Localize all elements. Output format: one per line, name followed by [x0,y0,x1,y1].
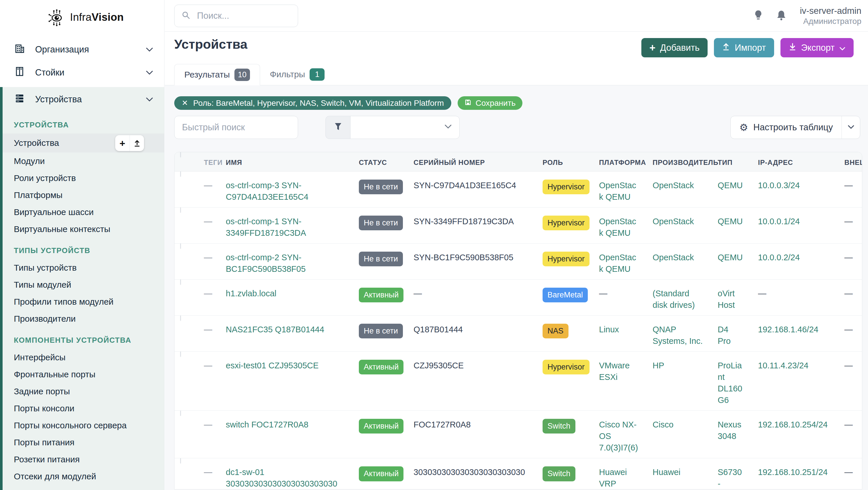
col-role[interactable]: РОЛЬ [535,152,592,167]
manufacturer-link[interactable]: Cisco [653,420,674,429]
role-badge[interactable]: Switch [542,466,576,481]
type-link[interactable]: Nexus 3048 [718,420,741,441]
type-link[interactable]: D4 Pro [718,325,731,346]
manufacturer-link[interactable]: OpenStack [653,181,694,190]
user-menu[interactable]: iv-server-admin Администратор [800,6,861,26]
lightbulb-icon[interactable] [754,9,763,22]
configure-table-dropdown[interactable] [841,116,860,139]
row-checkbox[interactable] [180,207,181,213]
row-checkbox[interactable] [180,315,181,321]
import-device-button[interactable] [130,135,144,151]
col-serial[interactable]: СЕРИЙНЫЙ НОМЕР [406,152,535,167]
sidebar-item-power-ports[interactable]: Порты питания [3,434,164,451]
sidebar-item-module-types[interactable]: Типы модулей [3,276,164,293]
add-button[interactable]: + Добавить [641,38,708,57]
sidebar-item-organization[interactable]: Организация [0,38,164,61]
row-checkbox[interactable] [180,279,181,285]
sidebar-item-virtual-chassis[interactable]: Виртуальное шасси [3,203,164,221]
quick-search-box[interactable] [174,116,298,139]
col-status[interactable]: СТАТУС [351,152,406,167]
col-tags[interactable]: ТЕГИ [196,152,218,167]
ip-link[interactable]: 192.168.10.251/24 [758,467,828,477]
sidebar-item-device-types[interactable]: Типы устройств [3,259,164,276]
platform-link[interactable]: Cisco NX-OS 7.0(3)I7(6) [599,420,638,452]
sidebar-item-virtual-contexts[interactable]: Виртуальные контексты [3,221,164,237]
sidebar-item-module-bays[interactable]: Отсеки для модулей [3,468,164,485]
device-link[interactable]: h1.zvlab.local [226,289,276,298]
col-name[interactable]: ИМЯ [218,152,351,167]
device-link[interactable]: esxi-test01 CZJ95305CE [226,361,318,370]
type-link[interactable]: oVirt Host [718,289,735,310]
platform-link[interactable]: Linux [599,325,619,334]
global-search[interactable] [174,5,298,27]
sidebar-item-interfaces[interactable]: Интерфейсы [3,349,164,366]
role-badge[interactable]: NAS [542,324,568,338]
funnel-button[interactable] [326,116,350,139]
manufacturer-link[interactable]: QNAP Systems, Inc. [653,325,703,346]
ip-link[interactable]: 192.168.10.254/24 [758,420,828,429]
col-type[interactable]: ТИП [710,152,750,167]
type-link[interactable]: S6730-H48X6C [718,467,743,489]
device-link[interactable]: NAS21FC35 Q187B01444 [226,325,324,334]
sidebar-item-manufacturers[interactable]: Производители [3,310,164,327]
platform-link[interactable]: OpenStack QEMU [599,181,636,201]
sidebar-item-power-outlets[interactable]: Розетки питания [3,451,164,468]
sidebar-item-devices-parent[interactable]: Устройства [3,87,164,112]
brand-logo[interactable]: InfraVision [0,0,164,27]
ip-link[interactable]: 10.0.0.3/24 [758,181,800,190]
tab-results[interactable]: Результаты 10 [174,64,260,85]
bell-icon[interactable] [776,9,786,22]
platform-link[interactable]: OpenStack QEMU [599,217,636,237]
ip-link[interactable]: 10.11.4.23/24 [758,361,808,370]
close-icon[interactable]: ✕ [182,98,188,108]
row-checkbox[interactable] [180,171,181,177]
role-badge[interactable]: Hypervisor [542,252,590,266]
type-link[interactable]: QEMU [718,253,743,262]
sidebar-item-console-server-ports[interactable]: Порты консольного сервера [3,417,164,434]
row-checkbox[interactable] [180,351,181,357]
role-filter-chip[interactable]: ✕ Роль: BareMetal, Hypervisor, NAS, Swit… [174,96,451,110]
manufacturer-link[interactable]: HP [653,361,664,370]
device-link[interactable]: os-ctrl-comp-3 SYN-C97D4A1D3EE165C4 [226,181,308,201]
type-link[interactable]: ProLiant DL160 G6 [718,361,742,405]
role-badge[interactable]: Hypervisor [542,360,590,374]
sidebar-item-device-bays[interactable]: Отсеки для устройств [3,485,164,490]
ip-link[interactable]: 10.0.0.1/24 [758,217,800,226]
saved-filter-select[interactable] [350,116,460,139]
role-badge[interactable]: BareMetal [542,288,588,302]
tab-filters[interactable]: Фильтры 1 [260,64,334,85]
sidebar-item-console-ports[interactable]: Порты консоли [3,400,164,417]
col-platform[interactable]: ПЛАТФОРМА [592,152,645,167]
row-checkbox[interactable] [180,243,181,249]
manufacturer-link[interactable]: OpenStack [653,253,694,262]
export-button[interactable]: Экспорт [780,38,854,57]
device-link[interactable]: switch FOC1727R0A8 [226,420,308,429]
col-manufacturer[interactable]: ПРОИЗВОДИТЕЛЬ [645,152,710,167]
configure-table-button[interactable]: ⚙ Настроить таблицу [730,116,860,139]
sidebar-item-racks[interactable]: Стойки [0,61,164,84]
ip-link[interactable]: 192.168.1.46/24 [758,325,818,334]
role-badge[interactable]: Switch [542,419,576,433]
select-all-checkbox[interactable] [180,152,181,157]
row-checkbox[interactable] [180,458,181,463]
manufacturer-link[interactable]: (Standard disk drives) [653,289,695,310]
col-ip[interactable]: IP-АДРЕС [750,152,837,167]
device-link[interactable]: os-ctrl-comp-1 SYN-3349FFD18719C3DA [226,217,306,237]
sidebar-item-platforms[interactable]: Платформы [3,186,164,203]
sidebar-item-front-ports[interactable]: Фронтальные порты [3,366,164,383]
manufacturer-link[interactable]: OpenStack [653,217,694,226]
sidebar-item-module-type-profiles[interactable]: Профили типов модулей [3,293,164,310]
row-checkbox[interactable] [180,410,181,416]
type-link[interactable]: QEMU [718,181,743,190]
search-input[interactable] [197,11,291,21]
save-filter-button[interactable]: Сохранить [458,96,522,110]
role-badge[interactable]: Hypervisor [542,179,590,194]
ip-link[interactable]: 10.0.0.2/24 [758,253,800,262]
sidebar-item-devices[interactable]: Устройства + [3,134,164,152]
manufacturer-link[interactable]: Huawei [653,467,681,477]
col-external-ip[interactable]: ВНЕШНИЙ IP [837,152,862,167]
device-link[interactable]: dc1-sw-01 303030303030303030303030 [226,467,337,488]
role-badge[interactable]: Hypervisor [542,215,590,230]
device-link[interactable]: os-ctrl-comp-2 SYN-BC1F9C590B538F05 [226,253,306,273]
import-button[interactable]: Импорт [714,38,774,57]
